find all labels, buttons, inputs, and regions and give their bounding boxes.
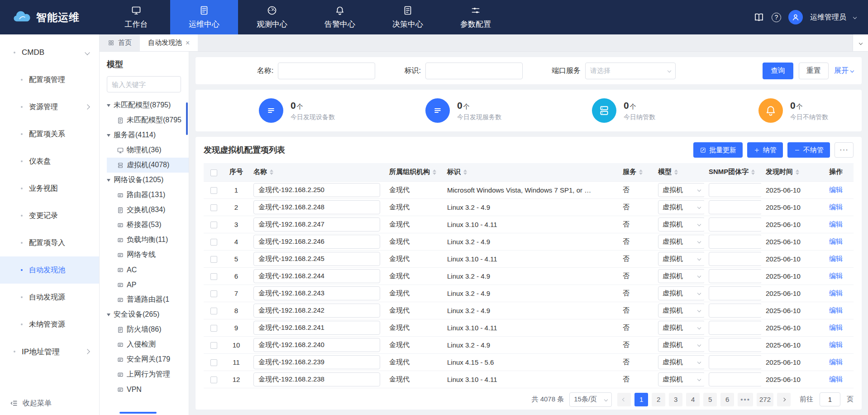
row-checkbox[interactable] [210,376,217,383]
row-checkbox[interactable] [210,308,217,314]
model-select[interactable]: 虚拟机 [658,372,704,386]
name-input[interactable] [253,372,380,386]
model-search-input[interactable] [107,76,181,92]
pager-prev-button[interactable] [617,393,631,406]
tree-node[interactable]: 交换机(834) [107,203,189,217]
docs-book-icon[interactable] [754,12,764,23]
query-button[interactable]: 查询 [763,63,793,79]
edit-link[interactable]: 编辑 [829,289,843,297]
page-size-select[interactable]: 15条/页 [569,392,612,407]
brand[interactable]: 智能运维 [0,0,102,34]
name-filter-input[interactable] [278,63,375,79]
col-header-identifier[interactable]: 标识 [443,163,618,181]
sidebar-item[interactable]: 业务视图 [0,175,99,202]
tree-node[interactable]: AP [107,277,189,292]
snmp-input[interactable] [709,217,761,232]
tree-node[interactable]: 入侵检测 [107,337,189,352]
edit-link[interactable]: 编辑 [829,203,843,211]
snmp-input[interactable] [709,338,761,352]
pager-page-272[interactable]: 272 [757,393,773,406]
tree-node[interactable]: 未匹配模型(8795 [107,113,189,128]
sidebar-item[interactable]: 未纳管资源 [0,311,99,338]
col-header-snmp[interactable]: SNMP团体字 [704,163,761,181]
manage-button[interactable]: 纳管 [747,142,783,158]
name-input[interactable] [253,269,380,283]
tree-node[interactable]: 防火墙(86) [107,322,189,337]
name-input[interactable] [253,235,380,249]
sidebar-item[interactable]: 自动发现池 [0,256,99,284]
model-select[interactable]: 虚拟机 [658,338,704,352]
user-name[interactable]: 运维管理员 [810,13,846,22]
port-service-select[interactable]: 请选择 [585,63,676,79]
name-input[interactable] [253,183,380,197]
collapse-menu-button[interactable]: 收起菜单 [0,391,99,415]
nav-item-6[interactable]: 参数配置 [442,0,510,34]
expand-filters-link[interactable]: 展开 [834,66,854,76]
snmp-input[interactable] [709,286,761,300]
caret-down-icon[interactable] [107,314,110,316]
name-input[interactable] [253,321,380,335]
row-checkbox[interactable] [210,256,217,263]
edit-link[interactable]: 编辑 [829,341,843,348]
edit-link[interactable]: 编辑 [829,323,843,331]
edit-link[interactable]: 编辑 [829,358,843,366]
pager-page-2[interactable]: 2 [652,393,665,406]
tab-list-dropdown[interactable] [853,34,868,51]
edit-link[interactable]: 编辑 [829,375,843,383]
caret-down-icon[interactable] [107,104,110,107]
snmp-input[interactable] [709,183,761,197]
caret-down-icon[interactable] [107,134,110,137]
tree-node[interactable]: 物理机(36) [107,143,189,158]
snmp-input[interactable] [709,372,761,386]
more-actions-button[interactable]: ··· [835,142,854,158]
row-checkbox[interactable] [210,273,217,280]
tree-node[interactable]: 网络设备(1205) [107,173,189,188]
reset-button[interactable]: 重置 [799,63,829,79]
sort-icon[interactable] [463,169,467,175]
snmp-input[interactable] [709,252,761,266]
tree-node[interactable]: 安全设备(265) [107,307,189,322]
name-input[interactable] [253,252,380,266]
model-select[interactable]: 虚拟机 [658,183,704,197]
tree-node[interactable]: 网络专线 [107,247,189,262]
tab-2[interactable]: 自动发现池 [140,34,198,51]
tree-node[interactable]: 桥接器(53) [107,217,189,232]
name-input[interactable] [253,286,380,300]
model-select[interactable]: 虚拟机 [658,200,704,214]
sort-icon[interactable] [674,169,678,175]
edit-link[interactable]: 编辑 [829,272,843,280]
snmp-input[interactable] [709,235,761,249]
sidebar-item[interactable]: 配置项导入 [0,229,99,256]
sidebar-item[interactable]: 变更记录 [0,202,99,229]
pager-page-5[interactable]: 5 [703,393,717,406]
caret-down-icon[interactable] [107,179,110,182]
sidebar-item[interactable]: 自动发现源 [0,284,99,311]
unmanage-button[interactable]: 不纳管 [787,142,830,158]
tree-node[interactable]: 安全网关(179 [107,352,189,367]
col-header-model[interactable]: 模型 [653,163,704,181]
identifier-filter-input[interactable] [425,63,523,79]
col-header-service[interactable]: 服务 [618,163,653,181]
tree-node[interactable]: VPN [107,382,189,397]
row-checkbox[interactable] [210,222,217,228]
sidebar-item[interactable]: 资源管理 [0,93,99,121]
model-select[interactable]: 虚拟机 [658,286,704,300]
vertical-scrollbar-thumb[interactable] [186,102,188,135]
edit-link[interactable]: 编辑 [829,306,843,314]
row-checkbox[interactable] [210,342,217,349]
pager-next-button[interactable] [777,393,791,406]
edit-link[interactable]: 编辑 [829,220,843,228]
model-select[interactable]: 虚拟机 [658,321,704,335]
select-all-checkbox[interactable] [210,169,217,176]
pager-page-1[interactable]: 1 [634,393,648,406]
edit-link[interactable]: 编辑 [829,186,843,193]
row-checkbox[interactable] [210,239,217,246]
tree-node[interactable]: 负载均衡(11) [107,232,189,247]
snmp-input[interactable] [709,355,761,369]
snmp-input[interactable] [709,269,761,283]
sidebar-item[interactable]: 仪表盘 [0,148,99,175]
sidebar-item[interactable]: IP地址管理 [0,338,99,365]
nav-item-3[interactable]: 观测中心 [238,0,306,34]
sidebar-item[interactable]: CMDB [0,39,99,66]
model-select[interactable]: 虚拟机 [658,217,704,232]
